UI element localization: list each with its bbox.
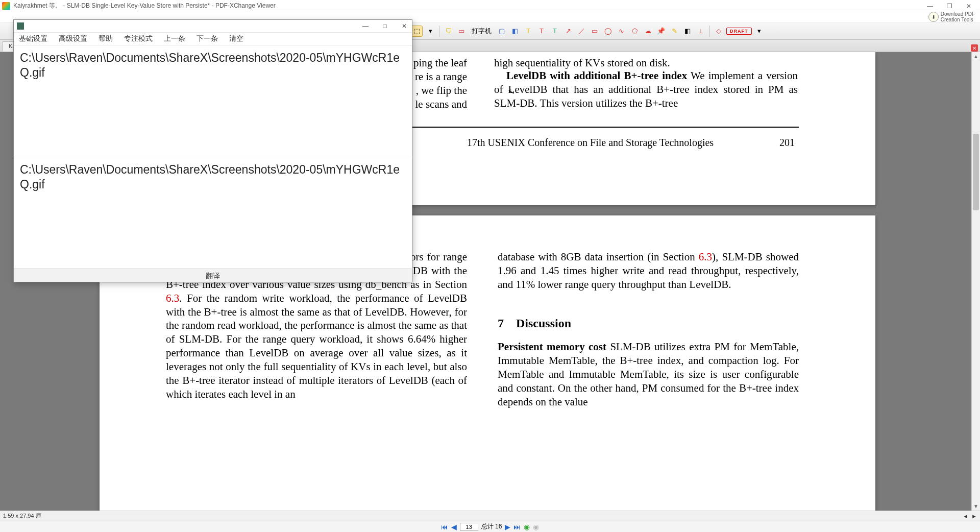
popup-menubar: 基础设置 高级设置 帮助 专注模式 上一条 下一条 清空 — [14, 32, 412, 45]
source-text-pane[interactable]: C:\Users\Raven\Documents\ShareX\Screensh… — [14, 45, 412, 157]
menu-prev[interactable]: 上一条 — [164, 34, 185, 43]
pm-heading: Persistent memory cost — [498, 341, 606, 353]
polygon-icon[interactable]: ⬠ — [629, 26, 640, 37]
textbox-icon[interactable]: ▢ — [496, 26, 507, 37]
menu-focus-mode[interactable]: 专注模式 — [124, 34, 153, 43]
popup-close-button[interactable]: ✕ — [400, 22, 409, 30]
download-line2: Creation Tools — [941, 17, 975, 22]
popup-minimize-button[interactable]: — — [361, 22, 370, 30]
menu-advanced-settings[interactable]: 高级设置 — [59, 34, 87, 43]
app-icon — [2, 2, 10, 10]
section-title: Discussion — [516, 317, 571, 330]
sticky-note-icon[interactable]: 🗨 — [443, 26, 454, 37]
callout-icon[interactable]: ◧ — [509, 26, 521, 37]
polyline-icon[interactable]: ∿ — [616, 26, 627, 37]
dropdown-icon[interactable]: ▾ — [425, 26, 436, 37]
pin-icon[interactable]: 📌 — [655, 26, 667, 37]
select-tool-icon[interactable]: ⬚ — [411, 26, 423, 37]
scroll-up-icon[interactable]: ▲ — [972, 52, 980, 61]
menu-next[interactable]: 下一条 — [197, 34, 218, 43]
minimize-button[interactable]: — — [925, 3, 935, 10]
download-pdf-tools[interactable]: ⬇ Download PDF Creation Tools — [928, 11, 975, 22]
underline-icon[interactable]: T — [549, 26, 560, 37]
translator-popup: — □ ✕ 基础设置 高级设置 帮助 专注模式 上一条 下一条 清空 C:\Us… — [13, 19, 412, 282]
page-navigation-bar: ⏮ ◀ 总计 16 ▶ ⏭ ◉ ◉ — [0, 521, 980, 532]
section-link[interactable]: 6.3 — [699, 251, 712, 263]
draft-stamp[interactable]: DRAFT — [726, 28, 752, 35]
close-panel-icon[interactable]: ✕ — [971, 44, 978, 52]
pencil-icon[interactable]: ✎ — [669, 26, 680, 37]
oval-icon[interactable]: ◯ — [602, 26, 614, 37]
menu-help[interactable]: 帮助 — [99, 34, 113, 43]
stamp-red-icon[interactable]: ▭ — [456, 26, 467, 37]
translate-button[interactable]: 翻译 — [14, 269, 412, 282]
next-page-button[interactable]: ▶ — [505, 523, 510, 531]
total-pages-label: 总计 16 — [481, 522, 502, 531]
popup-app-icon — [17, 22, 24, 30]
typewriter-tool[interactable]: 打字机 — [469, 26, 494, 37]
cursor-position: 1.59 x 27.94 厘 — [3, 512, 41, 520]
strikeout-icon[interactable]: T — [536, 26, 547, 37]
status-bar: 1.59 x 27.94 厘 ◄ ► — [0, 511, 980, 521]
popup-titlebar[interactable]: — □ ✕ — [14, 20, 412, 32]
arrow-icon[interactable]: ↗ — [562, 26, 574, 37]
link-icon[interactable]: ◇ — [713, 26, 724, 37]
scrollbar-thumb[interactable] — [973, 134, 979, 210]
line-icon[interactable]: ／ — [576, 26, 587, 37]
window-titlebar: Kaiyrakhmet 等。 - SLM-DB Single-Level Key… — [0, 0, 980, 12]
download-line1: Download PDF — [941, 11, 975, 17]
vertical-scrollbar[interactable]: ▲ ▼ — [971, 52, 980, 511]
target-text-pane[interactable]: C:\Users\Raven\Documents\ShareX\Screensh… — [14, 157, 412, 269]
rectangle-icon[interactable]: ▭ — [589, 26, 600, 37]
status-arrow-left-icon[interactable]: ◄ — [963, 513, 968, 519]
first-page-button[interactable]: ⏮ — [441, 523, 448, 531]
download-icon: ⬇ — [928, 12, 939, 22]
window-controls: — ❐ ✕ — [925, 3, 978, 10]
conference-footer: 17th USENIX Conference on File and Stora… — [467, 136, 714, 150]
menu-basic-settings[interactable]: 基础设置 — [19, 34, 47, 43]
maximize-button[interactable]: ❐ — [944, 3, 954, 10]
page-number: 201 — [779, 136, 795, 150]
measure-icon[interactable]: ⟂ — [695, 26, 706, 37]
window-title: Kaiyrakhmet 等。 - SLM-DB Single-Level Key… — [13, 2, 925, 10]
popup-maximize-button[interactable]: □ — [380, 22, 389, 30]
section-number: 7 — [498, 317, 504, 330]
last-page-button[interactable]: ⏭ — [513, 523, 521, 531]
prev-page-button[interactable]: ◀ — [451, 523, 457, 531]
text-body: database with 8GB data insertion (in Sec… — [498, 251, 699, 263]
text-fragment: high sequentiality of KVs stored on disk… — [494, 57, 670, 69]
menu-clear[interactable]: 清空 — [229, 34, 243, 43]
nav-forward-button[interactable]: ◉ — [533, 523, 539, 531]
cloud-icon[interactable]: ☁ — [642, 26, 653, 37]
highlight-icon[interactable]: T — [523, 26, 534, 37]
nav-back-button[interactable]: ◉ — [524, 523, 530, 531]
stamp-dropdown-icon[interactable]: ▾ — [754, 26, 765, 37]
popup-body: C:\Users\Raven\Documents\ShareX\Screensh… — [14, 45, 412, 269]
leveldb-heading: LevelDB with additional B+-tree index — [506, 69, 687, 82]
status-arrow-right-icon[interactable]: ► — [971, 513, 977, 519]
close-button[interactable]: ✕ — [964, 3, 974, 10]
text-body: . For the random write workload, the per… — [166, 292, 467, 400]
section-link[interactable]: 6.3 — [166, 292, 179, 304]
current-page-input[interactable] — [460, 523, 478, 531]
scroll-down-icon[interactable]: ▼ — [972, 502, 980, 511]
eraser-icon[interactable]: ◧ — [682, 26, 693, 37]
